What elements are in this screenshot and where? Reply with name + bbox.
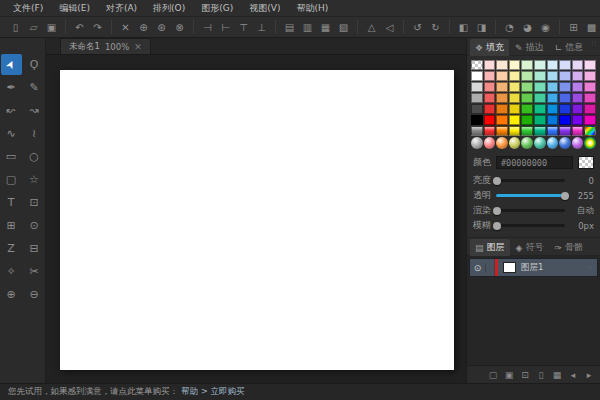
palette-sphere-swatch-c6[interactable] [547, 137, 559, 149]
zoom-out-tool[interactable]: ⊖ [24, 284, 45, 305]
open-file-icon[interactable]: ▱ [25, 19, 42, 36]
palette-swatch-r5c0[interactable] [471, 115, 483, 125]
palette-swatch-r2c8[interactable] [572, 82, 584, 92]
ellipse-tool[interactable]: ○ [24, 146, 45, 167]
palette-swatch-r5c9[interactable] [584, 115, 596, 125]
brightness-slider[interactable] [496, 179, 565, 182]
menu-item-6[interactable]: 帮助(H) [289, 1, 335, 16]
palette-swatch-r2c5[interactable] [534, 82, 546, 92]
flip-horizontal-icon[interactable]: ◁ [381, 19, 398, 36]
palette-gloss-swatch-c6[interactable] [547, 126, 559, 136]
new-file-icon[interactable]: ▯ [7, 19, 24, 36]
menu-item-0[interactable]: 文件(F) [6, 1, 50, 16]
palette-swatch-r2c7[interactable] [559, 82, 571, 92]
align-bottom-icon[interactable]: ⊥ [253, 19, 270, 36]
palette-swatch-r1c8[interactable] [572, 71, 584, 81]
prev-layer-icon[interactable]: ◂ [566, 368, 580, 382]
palette-swatch-r3c1[interactable] [484, 93, 496, 103]
layer-options-icon[interactable]: ▦ [550, 368, 564, 382]
align-right-icon[interactable]: ⊢ [217, 19, 234, 36]
opacity-slider-handle[interactable] [561, 192, 569, 200]
grid-toggle-icon[interactable]: ⊞ [565, 19, 582, 36]
menu-item-5[interactable]: 视图(V) [242, 1, 287, 16]
color-value-input[interactable]: #00000000 [496, 156, 573, 169]
next-layer-icon[interactable]: ▸ [582, 368, 596, 382]
speech-bubble-tool[interactable]: ▢ [1, 169, 22, 190]
text-tool[interactable]: T [1, 192, 22, 213]
palette-sphere-swatch-c4[interactable] [521, 137, 533, 149]
blur-slider-handle[interactable] [493, 222, 501, 230]
palette-swatch-r0c9[interactable] [584, 60, 596, 70]
flip-vertical-icon[interactable]: △ [363, 19, 380, 36]
pencil-tool[interactable]: ✎ [24, 77, 45, 98]
wave-tool[interactable]: ≀ [24, 123, 45, 144]
palette-swatch-r3c0[interactable] [471, 93, 483, 103]
palette-swatch-r1c7[interactable] [559, 71, 571, 81]
node-edit-tool[interactable]: ✒ [1, 77, 22, 98]
palette-swatch-r3c8[interactable] [572, 93, 584, 103]
menu-item-4[interactable]: 图形(G) [194, 1, 240, 16]
tab-info[interactable]: ∟信息 [550, 39, 589, 56]
palette-gloss-swatch-c5[interactable] [534, 126, 546, 136]
palette-swatch-r5c2[interactable] [496, 115, 508, 125]
rotate-left-icon[interactable]: ↺ [409, 19, 426, 36]
dropper-tool[interactable]: ✧ [1, 261, 22, 282]
palette-swatch-r5c7[interactable] [559, 115, 571, 125]
frame-tool[interactable]: ⊞ [1, 215, 22, 236]
rectangle-tool[interactable]: ▭ [1, 146, 22, 167]
palette-gloss-swatch-c8[interactable] [572, 126, 584, 136]
palette-swatch-r0c1[interactable] [484, 60, 496, 70]
split-tool[interactable]: ⊟ [24, 238, 45, 259]
palette-gloss-swatch-c7[interactable] [559, 126, 571, 136]
zigzag-tool[interactable]: Z [1, 238, 22, 259]
palette-swatch-r2c3[interactable] [509, 82, 521, 92]
palette-swatch-r3c7[interactable] [559, 93, 571, 103]
palette-sphere-swatch-c8[interactable] [572, 137, 584, 149]
palette-swatch-r3c6[interactable] [547, 93, 559, 103]
ungroup-icon[interactable]: ▥ [299, 19, 316, 36]
lasso-tool[interactable]: Ϙ [24, 54, 45, 75]
palette-sphere-swatch-c2[interactable] [496, 137, 508, 149]
palette-swatch-r5c8[interactable] [572, 115, 584, 125]
palette-swatch-r0c8[interactable] [572, 60, 584, 70]
palette-gloss-swatch-c2[interactable] [496, 126, 508, 136]
palette-swatch-r3c5[interactable] [534, 93, 546, 103]
bend-left-tool[interactable]: ↜ [1, 100, 22, 121]
intersect-icon[interactable]: ◕ [519, 19, 536, 36]
save-icon[interactable]: ▣ [43, 19, 60, 36]
add-group-icon[interactable]: ▣ [502, 368, 516, 382]
palette-swatch-r4c5[interactable] [534, 104, 546, 114]
bring-front-icon[interactable]: ▦ [317, 19, 334, 36]
copy-icon[interactable]: ⊕ [135, 19, 152, 36]
render-slider[interactable] [496, 209, 565, 212]
render-slider-handle[interactable] [493, 207, 501, 215]
palette-swatch-r1c4[interactable] [521, 71, 533, 81]
palette-gloss-swatch-c9[interactable] [584, 126, 596, 136]
palette-gloss-swatch-c0[interactable] [471, 126, 483, 136]
zoom-in-tool[interactable]: ⊕ [1, 284, 22, 305]
palette-swatch-r2c4[interactable] [521, 82, 533, 92]
document-tab[interactable]: 未命名1 100% ✕ [60, 38, 151, 54]
palette-swatch-r3c3[interactable] [509, 93, 521, 103]
clone-icon[interactable]: ⊛ [153, 19, 170, 36]
tab-fill[interactable]: ❖填充 [470, 39, 509, 56]
palette-swatch-r1c2[interactable] [496, 71, 508, 81]
palette-swatch-r5c3[interactable] [509, 115, 521, 125]
trash-icon[interactable]: ⊗ [171, 19, 188, 36]
align-left-icon[interactable]: ⊣ [199, 19, 216, 36]
brightness-slider-handle[interactable] [493, 177, 501, 185]
palette-swatch-r0c5[interactable] [534, 60, 546, 70]
undo-icon[interactable]: ↶ [71, 19, 88, 36]
tab-stroke[interactable]: ✎描边 [510, 39, 549, 56]
palette-swatch-r2c6[interactable] [547, 82, 559, 92]
current-color-swatch[interactable] [578, 156, 594, 169]
spiral-tool[interactable]: ⊙ [24, 215, 45, 236]
rotate-right-icon[interactable]: ↻ [427, 19, 444, 36]
palette-swatch-r4c8[interactable] [572, 104, 584, 114]
ruler-toggle-icon[interactable]: ▩ [583, 19, 600, 36]
align-top-icon[interactable]: ⊤ [235, 19, 252, 36]
palette-gloss-swatch-c3[interactable] [509, 126, 521, 136]
palette-swatch-r4c1[interactable] [484, 104, 496, 114]
tab-close-icon[interactable]: ✕ [134, 42, 142, 52]
layer-row[interactable]: ⊙图层1◦ [469, 258, 598, 277]
